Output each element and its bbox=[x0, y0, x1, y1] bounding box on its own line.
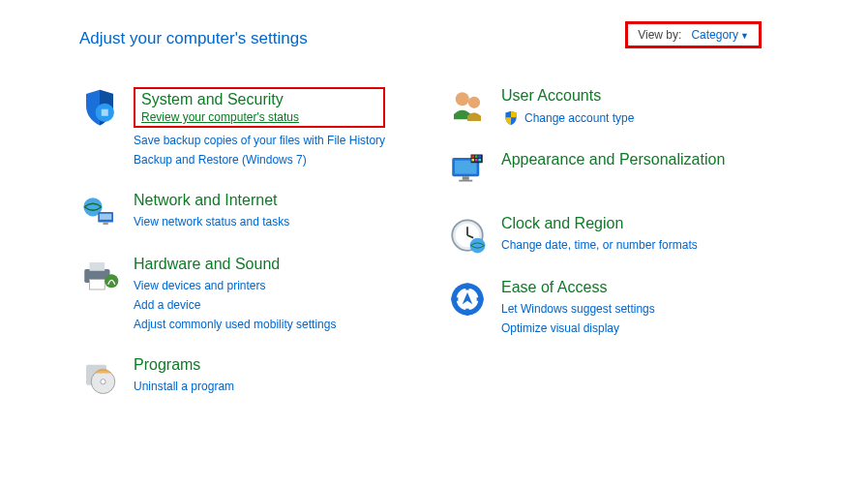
category-system-security: System and Security Review your computer… bbox=[79, 87, 408, 168]
link-hardware[interactable]: Hardware and Sound bbox=[134, 256, 336, 273]
link-date-formats[interactable]: Change date, time, or number formats bbox=[501, 236, 698, 254]
category-programs: Programs Uninstall a program bbox=[79, 356, 408, 397]
viewby-selector[interactable]: View by: Category▼ bbox=[625, 21, 762, 48]
svg-point-13 bbox=[456, 92, 469, 106]
link-review-status[interactable]: Review your computer's status bbox=[141, 110, 377, 124]
svg-rect-23 bbox=[471, 159, 474, 162]
category-clock: Clock and Region Change date, time, or n… bbox=[447, 215, 776, 256]
link-system-security[interactable]: System and Security bbox=[141, 91, 377, 108]
svg-point-14 bbox=[468, 97, 480, 108]
svg-rect-21 bbox=[475, 155, 478, 158]
link-uninstall[interactable]: Uninstall a program bbox=[134, 378, 234, 395]
link-suggest-settings[interactable]: Let Windows suggest settings bbox=[501, 300, 655, 318]
network-icon bbox=[79, 192, 120, 232]
uac-shield-icon bbox=[501, 108, 521, 128]
highlight-system-security: System and Security Review your computer… bbox=[134, 87, 385, 128]
clock-globe-icon bbox=[447, 215, 488, 256]
svg-rect-7 bbox=[90, 262, 105, 271]
svg-rect-24 bbox=[475, 159, 478, 162]
link-backup-restore[interactable]: Backup and Restore (Windows 7) bbox=[134, 151, 385, 168]
category-appearance: Appearance and Personalization bbox=[447, 151, 776, 192]
disc-icon bbox=[79, 356, 120, 397]
link-clock[interactable]: Clock and Region bbox=[501, 215, 698, 232]
ease-of-access-icon bbox=[447, 279, 488, 320]
category-hardware: Hardware and Sound View devices and prin… bbox=[79, 256, 408, 333]
category-network: Network and Internet View network status… bbox=[79, 192, 408, 232]
link-user-accounts[interactable]: User Accounts bbox=[501, 87, 634, 105]
svg-rect-5 bbox=[104, 223, 108, 226]
viewby-label: View by: bbox=[638, 28, 681, 42]
viewby-value[interactable]: Category▼ bbox=[691, 28, 749, 42]
category-user-accounts: User Accounts Change account type bbox=[447, 87, 776, 128]
printer-icon bbox=[79, 256, 120, 296]
chevron-down-icon: ▼ bbox=[740, 31, 749, 41]
svg-rect-20 bbox=[471, 155, 474, 158]
link-programs[interactable]: Programs bbox=[134, 356, 234, 374]
link-file-history[interactable]: Save backup copies of your files with Fi… bbox=[134, 132, 385, 149]
svg-rect-17 bbox=[463, 176, 469, 180]
svg-rect-18 bbox=[459, 180, 472, 182]
link-appearance[interactable]: Appearance and Personalization bbox=[501, 151, 725, 168]
svg-rect-8 bbox=[90, 280, 105, 290]
link-optimize-display[interactable]: Optimize visual display bbox=[501, 320, 655, 337]
svg-point-30 bbox=[470, 238, 486, 254]
link-network-status[interactable]: View network status and tasks bbox=[134, 213, 289, 230]
link-network[interactable]: Network and Internet bbox=[134, 192, 289, 209]
link-mobility[interactable]: Adjust commonly used mobility settings bbox=[134, 316, 336, 333]
svg-rect-4 bbox=[100, 214, 111, 220]
link-change-account-type[interactable]: Change account type bbox=[524, 109, 634, 127]
shield-icon bbox=[79, 87, 120, 128]
link-add-device[interactable]: Add a device bbox=[134, 296, 336, 314]
svg-point-12 bbox=[101, 380, 105, 384]
link-devices-printers[interactable]: View devices and printers bbox=[134, 277, 336, 294]
monitor-icon bbox=[447, 151, 488, 192]
svg-rect-25 bbox=[478, 159, 481, 162]
svg-rect-22 bbox=[478, 155, 481, 158]
svg-point-9 bbox=[105, 275, 118, 289]
link-ease[interactable]: Ease of Access bbox=[501, 279, 655, 296]
users-icon bbox=[447, 87, 488, 128]
svg-rect-1 bbox=[102, 109, 108, 116]
category-ease: Ease of Access Let Windows suggest setti… bbox=[447, 279, 776, 337]
